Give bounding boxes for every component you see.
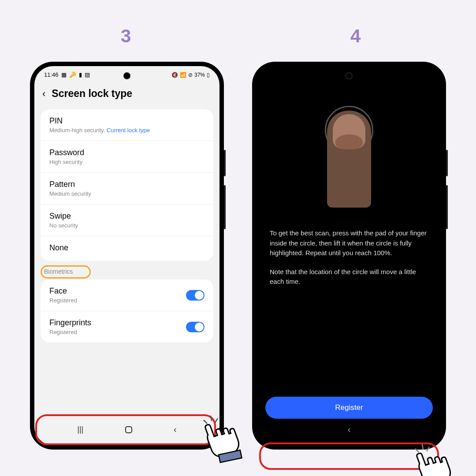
item-subtitle: Medium security xyxy=(49,190,205,197)
step-number-3: 3 xyxy=(121,26,131,47)
header: ‹ Screen lock type xyxy=(34,80,219,109)
lock-type-none[interactable]: None xyxy=(41,236,213,261)
scan-circle xyxy=(325,106,373,154)
item-subtitle: No security xyxy=(49,222,205,229)
status-image-icon: ▨ xyxy=(85,71,90,78)
biometrics-section-label: Biometrics xyxy=(34,261,219,279)
thumb-icon xyxy=(327,111,371,208)
face-toggle[interactable] xyxy=(186,290,205,301)
biometric-face[interactable]: Face Registered xyxy=(41,279,213,311)
camera-hole xyxy=(346,72,353,79)
lock-type-pin[interactable]: PIN Medium-high security, Current lock t… xyxy=(41,109,213,141)
svg-rect-3 xyxy=(219,450,242,462)
camera-hole xyxy=(123,72,130,79)
fingerprints-toggle[interactable] xyxy=(186,322,205,332)
nav-bar: ‹ xyxy=(257,418,442,441)
item-title: None xyxy=(49,243,205,253)
biometric-fingerprints[interactable]: Fingerprints Registered xyxy=(41,311,213,342)
nav-back-icon[interactable]: ‹ xyxy=(348,424,351,435)
instruction-p1: To get the best scan, press with the pad… xyxy=(270,228,428,258)
lock-type-pattern[interactable]: Pattern Medium security xyxy=(41,173,213,205)
wifi-icon: 📶 xyxy=(180,72,186,78)
status-time: 11:46 xyxy=(44,71,59,78)
phone-side-button xyxy=(224,150,226,176)
lock-type-swipe[interactable]: Swipe No security xyxy=(41,205,213,236)
nav-bar: ||| ‹ xyxy=(34,418,219,441)
item-title: PIN xyxy=(49,116,205,126)
instruction-p2: Note that the location of the circle wil… xyxy=(270,267,428,287)
phone-side-button xyxy=(446,150,448,176)
nav-back-icon[interactable]: ‹ xyxy=(174,424,177,435)
fingerprint-graphic xyxy=(314,106,384,154)
page-title: Screen lock type xyxy=(52,88,132,100)
step-number-4: 4 xyxy=(350,26,361,47)
item-subtitle: Registered xyxy=(49,329,186,335)
register-button[interactable]: Register xyxy=(265,397,433,419)
no-signal-icon: ⊘ xyxy=(188,72,193,78)
item-subtitle: High security xyxy=(49,159,205,165)
status-key-icon: 🔑 xyxy=(69,71,76,78)
battery-icon: ▯ xyxy=(207,72,210,78)
lock-types-card: PIN Medium-high security, Current lock t… xyxy=(41,109,213,261)
item-subtitle: Medium-high security, Current lock type xyxy=(49,127,205,134)
item-title: Fingerprints xyxy=(49,318,186,327)
nav-home-icon[interactable] xyxy=(125,426,132,433)
back-icon[interactable]: ‹ xyxy=(42,88,45,100)
item-title: Swipe xyxy=(49,212,205,221)
phone-screen-left: 11:46 ▦ 🔑 ▮ ▨ 🔇 📶 ⊘ 37% ▯ ‹ Screen lock … xyxy=(34,66,219,445)
status-calendar-icon: ▦ xyxy=(61,71,67,78)
item-title: Password xyxy=(49,148,205,157)
lock-type-password[interactable]: Password High security xyxy=(41,141,213,173)
phone-side-button xyxy=(446,185,448,229)
item-title: Face xyxy=(49,286,186,296)
item-title: Pattern xyxy=(49,180,205,189)
phone-side-button xyxy=(224,185,226,229)
mute-icon: 🔇 xyxy=(171,72,178,78)
nav-recents-icon[interactable]: ||| xyxy=(77,425,83,434)
item-subtitle: Registered xyxy=(49,297,186,304)
phone-frame-right: To get the best scan, press with the pad… xyxy=(252,62,446,450)
biometrics-card: Face Registered Fingerprints Registered xyxy=(41,279,213,342)
phone-screen-right: To get the best scan, press with the pad… xyxy=(257,66,442,445)
instruction-text: To get the best scan, press with the pad… xyxy=(270,228,428,296)
status-bookmark-icon: ▮ xyxy=(79,71,82,78)
phone-frame-left: 11:46 ▦ 🔑 ▮ ▨ 🔇 📶 ⊘ 37% ▯ ‹ Screen lock … xyxy=(30,62,224,450)
battery-text: 37% xyxy=(194,72,205,78)
